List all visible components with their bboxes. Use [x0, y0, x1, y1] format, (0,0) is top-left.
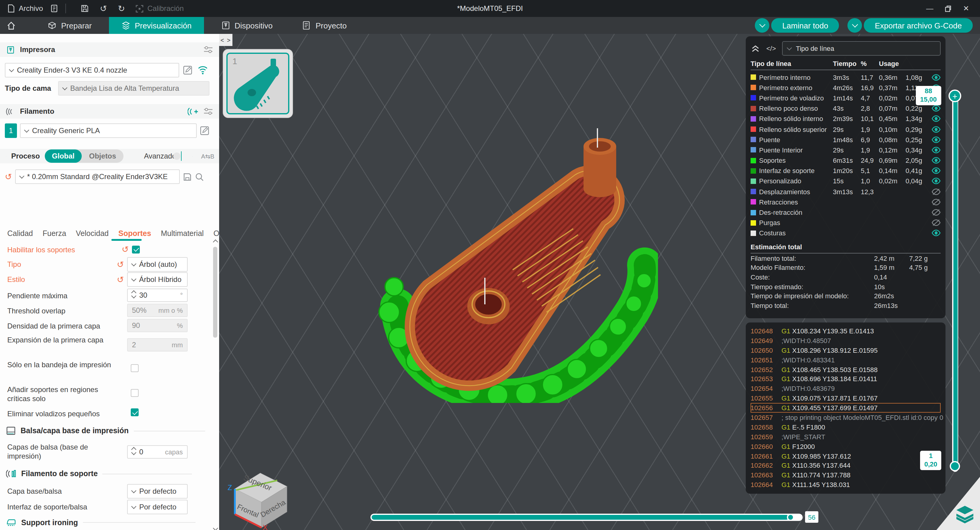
eye-icon[interactable]	[930, 178, 941, 185]
raft-layers-spinner[interactable]: 0 capas	[127, 445, 188, 459]
tab-otros[interactable]: O...	[213, 229, 220, 238]
eye-off-icon[interactable]	[930, 209, 941, 216]
layer-slider[interactable]	[952, 94, 958, 472]
plate-thumbnail[interactable]: 1	[223, 49, 293, 117]
redo-button[interactable]: ↻	[118, 4, 125, 13]
gcode-line[interactable]: 102659;WIPE_START	[751, 432, 941, 442]
enable-supports-checkbox[interactable]	[132, 245, 140, 253]
wifi-icon[interactable]	[197, 65, 208, 75]
add-filament-icon[interactable]	[188, 107, 199, 116]
threshold-field[interactable]: 50% mm o %	[127, 304, 188, 317]
scrollbar-thumb[interactable]	[213, 247, 217, 338]
spinner-arrows[interactable]	[132, 293, 135, 298]
eye-off-icon[interactable]	[930, 188, 941, 195]
scroll-down-icon[interactable]	[213, 526, 218, 530]
move-slider[interactable]	[371, 514, 803, 521]
compare-ab-icon[interactable]: A⇆B	[201, 153, 214, 159]
model-3d[interactable]	[374, 125, 658, 403]
first-layer-density-field[interactable]: 90 %	[127, 319, 188, 332]
minimize-button[interactable]: —	[922, 1, 938, 16]
notes-button[interactable]	[50, 4, 58, 13]
layer-slider-top-handle[interactable]: +	[948, 90, 961, 102]
reset-icon[interactable]: ↺	[122, 245, 129, 254]
close-button[interactable]: ✕	[958, 1, 974, 16]
reset-icon[interactable]: ↺	[117, 275, 124, 284]
layer-slider-bottom-handle[interactable]	[950, 461, 960, 471]
max-slope-spinner[interactable]: 30 °	[127, 289, 188, 302]
eye-off-icon[interactable]	[930, 198, 941, 206]
undo-button[interactable]: ↺	[100, 4, 107, 13]
scope-objects[interactable]: Objetos	[82, 149, 123, 163]
collapse-panel-button[interactable]: < >	[219, 34, 232, 46]
filament-slot-badge[interactable]: 1	[5, 124, 17, 138]
parameter-list-icon[interactable]	[192, 152, 193, 160]
gcode-line[interactable]: 102658G1 E-.5 F1800	[751, 422, 941, 432]
edit-printer-icon[interactable]	[183, 65, 192, 75]
advanced-toggle[interactable]	[181, 151, 181, 161]
move-slider-thumb[interactable]	[787, 514, 794, 521]
printer-settings-icon[interactable]	[204, 45, 213, 54]
buildplate-only-checkbox[interactable]	[131, 364, 138, 372]
gcode-line[interactable]: 102651;WIDTH:0.483341	[751, 355, 941, 365]
export-options-button[interactable]	[848, 18, 862, 33]
save-preset-icon[interactable]	[183, 172, 192, 181]
edit-filament-icon[interactable]	[200, 126, 210, 135]
tab-fuerza[interactable]: Fuerza	[43, 229, 66, 238]
slice-all-button[interactable]: Laminar todo	[772, 18, 839, 33]
preset-select[interactable]: * 0.20mm Standard @Creality Ender3V3KE	[15, 170, 180, 184]
gcode-line[interactable]: 102657; stop printing object ModeloMT05_…	[751, 413, 941, 422]
filament-settings-icon[interactable]	[204, 107, 213, 116]
tab-previsualizacion[interactable]: Previsualización	[109, 17, 204, 34]
layers-icon[interactable]	[955, 505, 975, 524]
restore-button[interactable]	[940, 1, 956, 16]
gcode-line[interactable]: 102656G1 X109.455 Y137.699 E.01497	[751, 403, 941, 413]
gcode-view-icon[interactable]: </>	[766, 45, 776, 52]
eye-icon[interactable]	[930, 167, 941, 175]
scope-global[interactable]: Global	[45, 149, 82, 163]
base-raft-select[interactable]: Por defecto	[127, 484, 188, 498]
save-button[interactable]	[81, 4, 89, 13]
gcode-line[interactable]: 102663G1 X110.774 Y137.788	[751, 470, 941, 480]
eye-icon[interactable]	[930, 105, 941, 112]
orientation-gizmo[interactable]: Superior Frontal Derecha Z X	[221, 465, 298, 530]
gcode-line[interactable]: 102650G1 X108.296 Y138.912 E.01595	[751, 346, 941, 355]
gcode-line[interactable]: 102654;WIDTH:0.483679	[751, 384, 941, 394]
support-type-select[interactable]: Árbol (auto)	[127, 257, 187, 272]
critical-regions-checkbox[interactable]	[131, 389, 138, 397]
gcode-line[interactable]: 102655G1 X109.075 Y137.871 E.01767	[751, 393, 941, 403]
file-menu[interactable]: Archivo	[7, 4, 43, 13]
gcode-line[interactable]: 102653G1 X108.696 Y138.184 E.01411	[751, 374, 941, 384]
gcode-line[interactable]: 102664G1 X111.145 Y138.031	[751, 480, 941, 490]
gcode-line[interactable]: 102661G1 X109.985 Y137.612	[751, 451, 941, 461]
bed-type-select[interactable]: Bandeja Lisa de Alta Temperatura	[58, 81, 210, 95]
gcode-line[interactable]: 102648G1 X108.234 Y139.35 E.01413	[751, 326, 941, 336]
tab-calidad[interactable]: Calidad	[7, 229, 33, 238]
eye-icon[interactable]	[930, 157, 941, 164]
remove-overhangs-checkbox[interactable]	[131, 408, 138, 416]
eye-icon[interactable]	[930, 136, 941, 143]
settings-scrollbar[interactable]	[213, 242, 217, 530]
export-gcode-button[interactable]: Exportar archivo G-Code	[864, 18, 973, 33]
gcode-line[interactable]: 102660G1 F12000	[751, 441, 941, 451]
eye-off-icon[interactable]	[930, 219, 941, 226]
interface-raft-select[interactable]: Por defecto	[127, 500, 188, 514]
slice-options-button[interactable]	[755, 18, 770, 33]
tab-preparar[interactable]: Preparar	[35, 17, 104, 34]
collapse-legend-icon[interactable]	[751, 44, 760, 52]
eye-icon[interactable]	[930, 115, 941, 122]
gcode-line[interactable]: 102662G1 X110.356 Y137.644	[751, 461, 941, 470]
gcode-line[interactable]: 102652G1 X108.465 Y138.503 E.01588	[751, 365, 941, 374]
tab-soportes[interactable]: Soportes	[118, 229, 151, 238]
tab-velocidad[interactable]: Velocidad	[76, 229, 109, 238]
calibration-button[interactable]: Calibración	[136, 4, 184, 13]
eye-icon[interactable]	[930, 73, 941, 81]
preview-viewport[interactable]: < > 1 </> Tipo de línea	[219, 34, 980, 530]
eye-icon[interactable]	[930, 146, 941, 154]
eye-icon[interactable]	[930, 230, 941, 237]
printer-select[interactable]: Creality Ender-3 V3 KE 0.4 nozzle	[5, 63, 179, 78]
eye-icon[interactable]	[930, 125, 941, 133]
support-style-select[interactable]: Árbol Híbrido	[127, 272, 187, 287]
tab-dispositivo[interactable]: Dispositivo	[208, 17, 285, 34]
search-preset-icon[interactable]	[195, 172, 204, 181]
tab-proyecto[interactable]: Proyecto	[290, 17, 359, 34]
